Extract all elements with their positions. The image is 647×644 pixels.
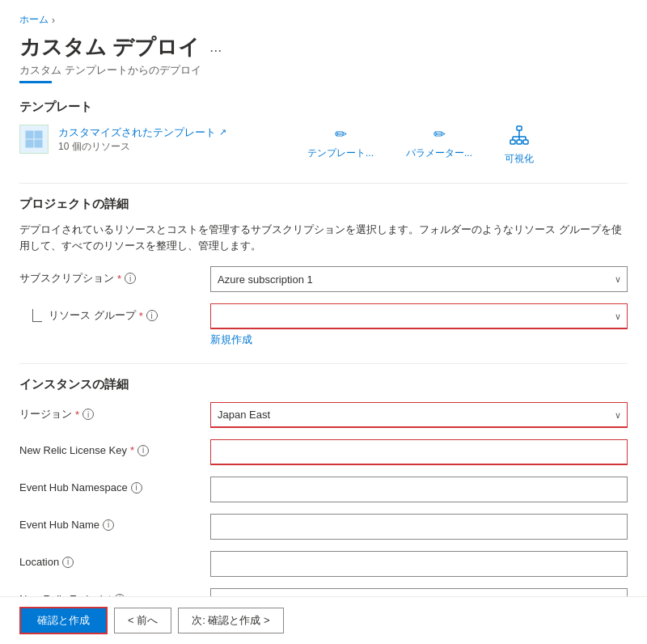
region-label-col: リージョン * i xyxy=(19,402,197,422)
subscription-select-wrapper: Azure subscription 1 ∨ xyxy=(210,266,628,292)
instance-section: インスタンスの詳細 リージョン * i Japan East ∨ New Rel… xyxy=(19,377,628,614)
divider-2 xyxy=(19,363,628,364)
event-hub-namespace-label: Event Hub Namespace xyxy=(19,481,128,494)
event-hub-name-label-col: Event Hub Name i xyxy=(19,514,197,531)
resource-group-label-col: リソース グループ * i xyxy=(19,303,197,323)
new-relic-key-required: * xyxy=(130,444,134,456)
event-hub-namespace-input[interactable] xyxy=(210,477,628,502)
breadcrumb: ホーム › xyxy=(19,13,628,27)
new-relic-key-control xyxy=(210,439,628,465)
breadcrumb-separator: › xyxy=(52,15,55,26)
title-divider xyxy=(19,81,52,83)
tree-icon xyxy=(510,125,529,149)
region-label: リージョン xyxy=(19,407,72,422)
pencil-icon: ✏ xyxy=(335,125,347,143)
location-info-icon[interactable]: i xyxy=(62,557,74,568)
new-relic-key-label-col: New Relic License Key * i xyxy=(19,439,197,456)
confirm-create-button[interactable]: 確認と作成 xyxy=(19,607,108,634)
svg-rect-7 xyxy=(523,140,528,144)
page-title: カスタム デプロイ ... xyxy=(19,33,628,61)
new-relic-key-row: New Relic License Key * i xyxy=(19,439,628,465)
event-hub-name-input[interactable] xyxy=(210,514,628,540)
divider-1 xyxy=(19,183,628,184)
location-label-col: Location i xyxy=(19,551,197,568)
resource-group-required: * xyxy=(139,310,143,322)
project-section-title: プロジェクトの詳細 xyxy=(19,197,628,212)
svg-rect-5 xyxy=(510,140,515,144)
template-actions: ✏ テンプレート... ✏ パラメーター... xyxy=(307,125,534,166)
template-action-edit[interactable]: ✏ テンプレート... xyxy=(307,125,374,166)
subscription-label: サブスクリプション xyxy=(19,271,114,286)
event-hub-name-label: Event Hub Name xyxy=(19,519,99,531)
subscription-select[interactable]: Azure subscription 1 xyxy=(210,266,628,292)
project-section: プロジェクトの詳細 デプロイされているリソースとコストを管理するサブスクリプショ… xyxy=(19,197,628,347)
event-hub-name-control xyxy=(210,514,628,540)
subscription-required: * xyxy=(117,273,121,285)
svg-rect-1 xyxy=(35,131,42,138)
subscription-control: Azure subscription 1 ∨ xyxy=(210,266,628,292)
event-hub-namespace-label-col: Event Hub Namespace i xyxy=(19,477,197,494)
next-button[interactable]: 次: 確認と作成 > xyxy=(178,608,283,633)
template-action-parameters[interactable]: ✏ パラメーター... xyxy=(406,125,472,166)
new-create-link[interactable]: 新規作成 xyxy=(210,333,628,347)
breadcrumb-home[interactable]: ホーム xyxy=(19,13,49,27)
location-label: Location xyxy=(19,556,59,568)
region-control: Japan East ∨ xyxy=(210,402,628,428)
event-hub-namespace-control xyxy=(210,477,628,502)
svg-rect-3 xyxy=(35,140,42,147)
event-hub-name-row: Event Hub Name i xyxy=(19,514,628,540)
svg-rect-2 xyxy=(26,140,33,147)
resource-group-label: リソース グループ xyxy=(49,308,136,323)
resource-group-line-icon xyxy=(32,309,42,322)
instance-section-title: インスタンスの詳細 xyxy=(19,377,628,392)
new-relic-key-info-icon[interactable]: i xyxy=(137,445,149,456)
template-section-title: テンプレート xyxy=(19,100,628,115)
resource-group-select[interactable] xyxy=(210,303,628,329)
region-info-icon[interactable]: i xyxy=(82,409,94,420)
template-text: カスタマイズされたテンプレート ↗ 10 個のリソース xyxy=(58,125,226,154)
new-relic-key-label: New Relic License Key xyxy=(19,444,127,456)
svg-rect-4 xyxy=(517,126,522,130)
region-select-wrapper: Japan East ∨ xyxy=(210,402,628,428)
template-info: カスタマイズされたテンプレート ↗ 10 個のリソース xyxy=(19,125,226,154)
template-link[interactable]: カスタマイズされたテンプレート ↗ xyxy=(58,125,226,140)
template-action-visualize[interactable]: 可視化 xyxy=(505,125,534,166)
event-hub-namespace-info-icon[interactable]: i xyxy=(131,482,142,494)
project-description: デプロイされているリソースとコストを管理するサブスクリプションを選択します。フォ… xyxy=(19,222,628,253)
template-resources: 10 個のリソース xyxy=(58,140,226,154)
template-grid-icon xyxy=(19,125,49,154)
region-row: リージョン * i Japan East ∨ xyxy=(19,402,628,428)
svg-rect-0 xyxy=(26,131,33,138)
external-link-icon: ↗ xyxy=(219,127,226,138)
location-row: Location i xyxy=(19,551,628,577)
template-section: テンプレート カスタマイズされたテンプレート ↗ 10 個のリ xyxy=(19,100,628,167)
footer-bar: 確認と作成 < 前へ 次: 確認と作成 > xyxy=(0,596,647,644)
subscription-label-col: サブスクリプション * i xyxy=(19,266,197,286)
resource-group-row: リソース グループ * i ∨ 新規作成 xyxy=(19,303,628,347)
new-relic-key-input[interactable] xyxy=(210,439,628,465)
region-required: * xyxy=(75,409,79,421)
svg-rect-6 xyxy=(517,140,522,144)
subscription-row: サブスクリプション * i Azure subscription 1 ∨ xyxy=(19,266,628,292)
ellipsis-button[interactable]: ... xyxy=(206,39,225,56)
region-select[interactable]: Japan East xyxy=(210,402,628,428)
page-subtitle: カスタム テンプレートからのデプロイ xyxy=(19,63,628,78)
pencil-icon-2: ✏ xyxy=(433,125,446,143)
resource-group-control: ∨ 新規作成 xyxy=(210,303,628,347)
event-hub-namespace-row: Event Hub Namespace i xyxy=(19,477,628,502)
location-control xyxy=(210,551,628,577)
event-hub-name-info-icon[interactable]: i xyxy=(103,519,114,531)
location-input[interactable] xyxy=(210,551,628,577)
resource-group-select-wrapper: ∨ xyxy=(210,303,628,329)
resource-group-info-icon[interactable]: i xyxy=(146,310,158,321)
subscription-info-icon[interactable]: i xyxy=(125,273,136,284)
prev-button[interactable]: < 前へ xyxy=(114,608,171,633)
